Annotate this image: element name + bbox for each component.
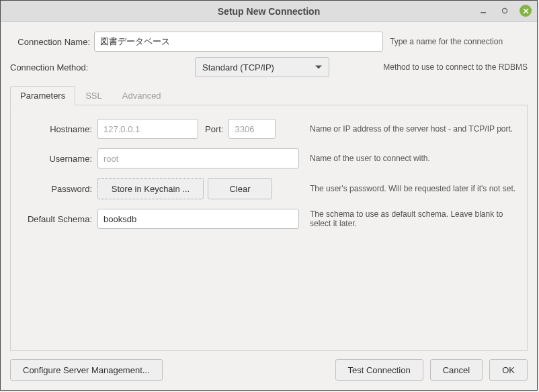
svg-rect-0 — [481, 12, 486, 13]
username-row: Username: Name of the user to connect wi… — [20, 148, 517, 168]
footer-spacer — [169, 359, 329, 381]
window-title: Setup New Connection — [218, 6, 320, 17]
schema-label: Default Schema: — [20, 214, 97, 224]
clear-password-button[interactable]: Clear — [208, 178, 272, 199]
tab-parameters[interactable]: Parameters — [10, 86, 75, 105]
content-area: Connection Name: Type a name for the con… — [1, 22, 537, 351]
connection-name-label: Connection Name: — [10, 37, 94, 47]
connection-method-dropdown[interactable]: Standard (TCP/IP) — [195, 57, 329, 77]
window-controls — [476, 4, 532, 17]
connection-method-value: Standard (TCP/IP) — [202, 62, 274, 72]
username-input[interactable] — [97, 148, 299, 168]
close-icon[interactable] — [520, 5, 532, 17]
schema-row: Default Schema: The schema to use as def… — [20, 209, 517, 229]
svg-point-1 — [503, 9, 507, 13]
connection-method-row: Connection Method: Standard (TCP/IP) Met… — [10, 57, 528, 77]
maximize-icon[interactable] — [498, 4, 511, 17]
schema-hint: The schema to use as default schema. Lea… — [310, 209, 517, 228]
parameters-panel: Hostname: Port: Name or IP address of th… — [10, 105, 528, 351]
connection-name-input[interactable] — [94, 32, 383, 52]
dialog-window: Setup New Connection Connection Name: Ty… — [0, 0, 538, 391]
connection-method-label: Connection Method: — [10, 62, 101, 72]
store-keychain-button[interactable]: Store in Keychain ... — [97, 178, 204, 199]
configure-server-button[interactable]: Configure Server Management... — [10, 359, 163, 381]
password-hint: The user's password. Will be requested l… — [310, 184, 517, 193]
minimize-icon[interactable] — [476, 4, 490, 17]
connection-name-row: Connection Name: Type a name for the con… — [10, 32, 528, 52]
password-label: Password: — [20, 184, 97, 194]
titlebar: Setup New Connection — [1, 1, 537, 22]
ok-button[interactable]: OK — [489, 359, 528, 381]
port-label: Port: — [205, 124, 223, 134]
tab-bar: Parameters SSL Advanced — [10, 85, 528, 105]
chevron-down-icon — [315, 66, 322, 69]
tab-ssl[interactable]: SSL — [75, 86, 112, 105]
tab-advanced[interactable]: Advanced — [112, 86, 171, 105]
hostname-label: Hostname: — [20, 124, 97, 134]
port-input[interactable] — [229, 119, 276, 139]
password-row: Password: Store in Keychain ... Clear Th… — [20, 178, 517, 199]
username-hint: Name of the user to connect with. — [310, 154, 517, 163]
hostname-row: Hostname: Port: Name or IP address of th… — [20, 119, 517, 139]
connection-method-hint: Method to use to connect to the RDBMS — [336, 62, 528, 72]
test-connection-button[interactable]: Test Connection — [335, 359, 423, 381]
default-schema-input[interactable] — [97, 209, 299, 229]
dialog-footer: Configure Server Management... Test Conn… — [1, 351, 537, 390]
hostname-input[interactable] — [97, 119, 198, 139]
cancel-button[interactable]: Cancel — [430, 359, 483, 381]
connection-name-hint: Type a name for the connection — [390, 37, 528, 46]
hostname-hint: Name or IP address of the server host - … — [310, 124, 517, 134]
username-label: Username: — [20, 154, 97, 164]
